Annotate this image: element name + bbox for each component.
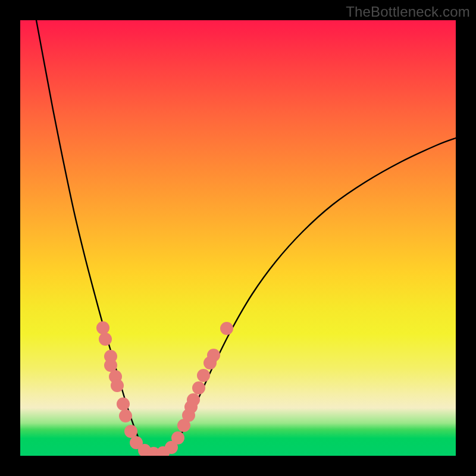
highlight-dot <box>207 349 220 362</box>
highlight-dot <box>171 431 184 444</box>
highlight-dot <box>187 393 200 406</box>
chart-plot-area <box>20 20 456 456</box>
highlight-dot <box>99 333 112 346</box>
highlight-dot <box>117 397 130 411</box>
highlight-dot <box>220 322 233 335</box>
highlight-dot <box>111 379 124 392</box>
highlight-dot <box>197 369 210 382</box>
watermark-text: TheBottleneck.com <box>346 4 470 20</box>
highlight-dot <box>192 381 205 394</box>
bottleneck-curve <box>20 20 456 456</box>
chart-frame: TheBottleneck.com <box>0 0 476 476</box>
highlight-dot <box>119 409 132 422</box>
